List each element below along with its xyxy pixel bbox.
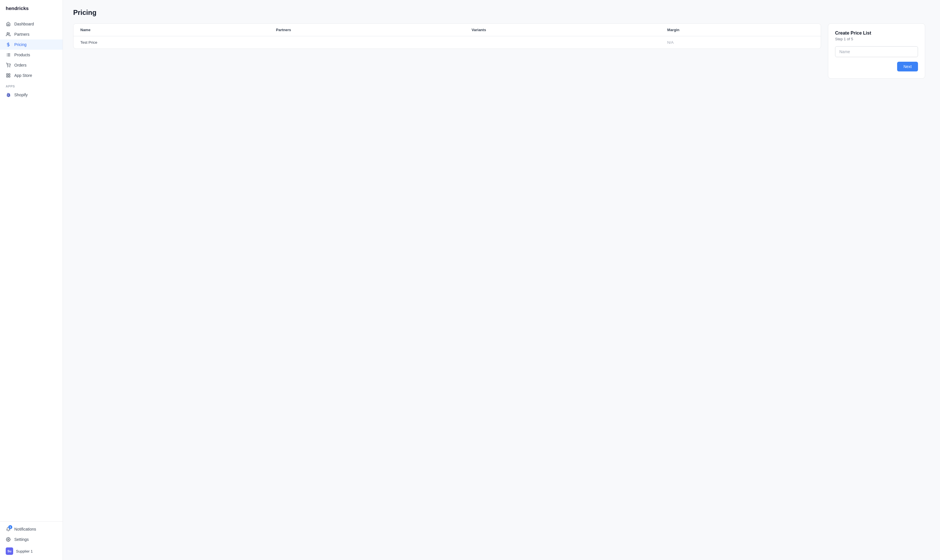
sidebar-item-label: Products (14, 52, 30, 57)
sidebar-item-label: Shopify (14, 92, 28, 97)
grid-icon (6, 73, 11, 78)
page-title: Pricing (73, 9, 930, 17)
sidebar-item-settings[interactable]: Settings (0, 534, 63, 545)
sidebar-item-pricing[interactable]: Pricing (0, 39, 63, 50)
notifications-label: Notifications (14, 527, 36, 531)
svg-point-0 (7, 32, 8, 34)
sidebar-item-partners[interactable]: Partners (0, 29, 63, 39)
list-icon (6, 52, 11, 57)
supplier-name: Supplier 1 (16, 549, 33, 554)
apps-section-label: Apps (0, 81, 63, 90)
main-content: Pricing Name Partners Variants Margin Te… (63, 0, 940, 560)
table-row[interactable]: Test Price N/A (74, 36, 821, 49)
sidebar-nav: Dashboard Partners Pricing (0, 17, 63, 522)
cell-name: Test Price (80, 40, 276, 45)
col-partners: Partners (276, 28, 472, 32)
supplier-badge[interactable]: Su Supplier 1 (0, 545, 63, 558)
col-variants: Variants (472, 28, 667, 32)
app-logo: hendricks (0, 0, 63, 17)
settings-label: Settings (14, 537, 29, 542)
col-name: Name (80, 28, 276, 32)
sidebar-item-label: Pricing (14, 42, 26, 47)
cart-icon (6, 63, 11, 68)
name-input[interactable] (835, 46, 918, 57)
sidebar: hendricks Dashboard Partners (0, 0, 63, 560)
create-panel-step: Step 1 of 5 (835, 37, 918, 41)
col-margin: Margin (667, 28, 814, 32)
svg-rect-11 (9, 74, 10, 75)
panel-actions: Next (835, 62, 918, 71)
sidebar-item-dashboard[interactable]: Dashboard (0, 19, 63, 29)
table-header: Name Partners Variants Margin (74, 24, 821, 36)
pricing-table: Name Partners Variants Margin Test Price… (73, 23, 821, 49)
svg-point-14 (8, 539, 9, 540)
supplier-avatar: Su (6, 548, 13, 555)
gear-icon (6, 537, 11, 542)
svg-point-9 (10, 66, 10, 67)
sidebar-item-label: Partners (14, 32, 29, 37)
bell-icon: 1 (6, 526, 11, 532)
sidebar-item-notifications[interactable]: 1 Notifications (0, 524, 63, 534)
sidebar-item-products[interactable]: Products (0, 50, 63, 60)
cell-margin: N/A (667, 40, 814, 45)
shopify-icon (6, 92, 11, 97)
sidebar-item-shopify[interactable]: Shopify (0, 90, 63, 100)
svg-rect-13 (6, 76, 8, 77)
svg-rect-12 (9, 76, 10, 77)
sidebar-item-orders[interactable]: Orders (0, 60, 63, 70)
create-price-list-panel: Create Price List Step 1 of 5 Next (828, 23, 925, 78)
create-panel-title: Create Price List (835, 31, 918, 36)
content-layout: Name Partners Variants Margin Test Price… (73, 23, 930, 78)
next-button[interactable]: Next (897, 62, 918, 71)
users-icon (6, 32, 11, 37)
sidebar-item-appstore[interactable]: App Store (0, 70, 63, 81)
sidebar-item-label: Dashboard (14, 22, 34, 26)
sidebar-bottom: 1 Notifications Settings Su Supplier 1 (0, 522, 63, 560)
home-icon (6, 22, 11, 26)
sidebar-item-label: App Store (14, 73, 32, 78)
notification-badge: 1 (8, 525, 12, 529)
sidebar-item-label: Orders (14, 63, 26, 68)
svg-rect-10 (6, 74, 8, 75)
dollar-icon (6, 42, 11, 47)
